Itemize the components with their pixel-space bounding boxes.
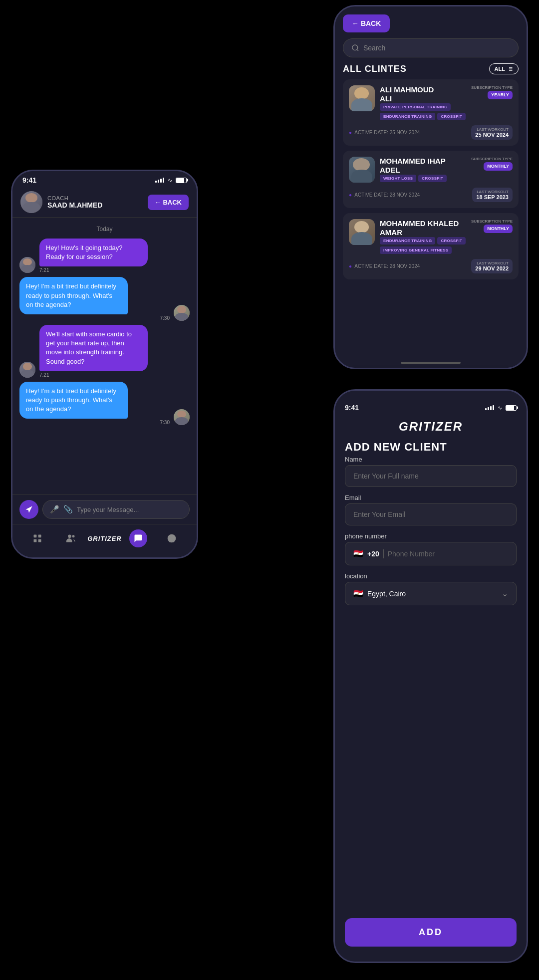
message-text: We'll start with some cardio to get your… xyxy=(46,330,132,365)
chat-phone: 9:41 ∿ xyxy=(11,170,198,559)
active-dot-icon: ● xyxy=(349,263,352,269)
last-workout: LAST WORKOUT 18 SEP 2023 xyxy=(472,188,513,202)
chat-messages: Today Hey! How's it going today? Ready f… xyxy=(12,218,197,494)
location-dropdown[interactable]: 🇪🇬 Egypt, Cairo ⌄ xyxy=(345,582,517,605)
message-bubble: We'll start with some cardio to get your… xyxy=(39,325,148,371)
nav-logo[interactable]: GRITIZER xyxy=(95,529,113,547)
tag-item: WEIGHT LOSS xyxy=(380,175,416,182)
nav-chat[interactable] xyxy=(129,529,147,547)
message-row: Hey! I'm a bit tired but definitely read… xyxy=(19,277,190,321)
client-tags: PRIVATE PERSONAL TRAINING ENDURANCE TRAI… xyxy=(380,103,466,120)
subscription-type: MONTHLY xyxy=(484,162,513,171)
client-info: ALI MAHMOUDALI PRIVATE PERSONAL TRAINING… xyxy=(380,85,466,120)
message-text: Hey! I'm a bit tired but definitely read… xyxy=(26,387,116,413)
phone-field-group: phone number 🇪🇬 +20 Phone Number xyxy=(345,532,517,565)
app-logo: GRITIZER xyxy=(87,535,122,542)
last-workout-label: LAST WORKOUT xyxy=(476,190,509,194)
filter-button[interactable]: ALL xyxy=(489,63,519,74)
chat-header: COACH SAAD M.AHMED ← BACK xyxy=(12,187,197,218)
send-button[interactable] xyxy=(19,500,38,519)
country-flag: 🇪🇬 xyxy=(353,549,363,558)
message-text: Hey! How's it going today? Ready for our… xyxy=(46,244,123,260)
client-card[interactable]: ALI MAHMOUDALI PRIVATE PERSONAL TRAINING… xyxy=(343,79,519,146)
coach-label: COACH xyxy=(47,195,102,201)
message-bubble: Hey! How's it going today? Ready for our… xyxy=(39,239,148,266)
status-time: 9:41 xyxy=(345,404,359,412)
client-tags: WEIGHT LOSS CROSSFIT xyxy=(380,175,466,182)
client-name: ALI MAHMOUDALI xyxy=(380,85,466,103)
country-code: +20 xyxy=(367,550,379,558)
add-client-button[interactable]: ADD xyxy=(345,918,517,947)
svg-rect-0 xyxy=(33,535,36,538)
last-workout: LAST WORKOUT 29 NOV 2022 xyxy=(471,259,513,273)
client-avatar xyxy=(349,157,375,183)
subscription-badge-container: SUBSCRIPTION TYPE YEARLY xyxy=(471,85,513,99)
message-bubble: Hey! I'm a bit tired but definitely read… xyxy=(19,382,128,419)
sender-avatar xyxy=(19,257,35,273)
phone-divider xyxy=(383,549,384,558)
location-flag: 🇪🇬 xyxy=(353,589,363,598)
active-dot-icon: ● xyxy=(349,130,352,135)
active-dot-icon: ● xyxy=(349,192,352,198)
tag-item: CROSSFIT xyxy=(418,175,447,182)
wifi-icon: ∿ xyxy=(168,177,172,184)
message-time: 7:30 xyxy=(19,315,170,321)
message-bubble: Hey! I'm a bit tired but definitely read… xyxy=(19,277,128,314)
search-placeholder: Search xyxy=(363,44,385,52)
battery-icon xyxy=(506,405,517,411)
nav-profile[interactable] xyxy=(163,529,181,547)
swipe-indicator xyxy=(401,362,461,364)
form-title: ADD NEW CLIENT xyxy=(335,436,527,456)
subscription-label: SUBSCRIPTION TYPE xyxy=(471,85,513,90)
message-time: 7:21 xyxy=(39,267,190,273)
phone-placeholder: Phone Number xyxy=(388,550,508,558)
date-divider: Today xyxy=(19,226,190,233)
client-card[interactable]: MOHAMMED KHALEDAMAR ENDURANCE TRAINING C… xyxy=(343,213,519,279)
phone-label: phone number xyxy=(345,532,517,540)
phone-input-container[interactable]: 🇪🇬 +20 Phone Number xyxy=(345,542,517,565)
name-input[interactable] xyxy=(345,465,517,487)
message-time: 7:30 xyxy=(19,420,170,425)
coach-name-block: COACH SAAD M.AHMED xyxy=(47,195,102,209)
subscription-type: YEARLY xyxy=(488,91,513,99)
subscription-badge-container: SUBSCRIPTION TYPE MONTHLY xyxy=(471,219,513,233)
sender-avatar xyxy=(174,409,190,425)
nav-grid[interactable] xyxy=(28,529,46,547)
coach-avatar xyxy=(20,191,42,213)
status-bar: 9:41 ∿ xyxy=(12,171,197,187)
svg-point-7 xyxy=(171,536,173,539)
active-date: ● ACTIVE DATE: 28 NOV 2024 xyxy=(349,192,420,198)
tag-item: CROSSFIT xyxy=(437,237,466,245)
clients-back-button[interactable]: ← BACK xyxy=(343,14,390,32)
client-avatar xyxy=(349,219,375,245)
client-card[interactable]: MOHAMMED IHAPADEL WEIGHT LOSS CROSSFIT S… xyxy=(343,151,519,208)
nav-users[interactable] xyxy=(62,529,80,547)
message-column: Hey! How's it going today? Ready for our… xyxy=(39,239,190,273)
name-label: Name xyxy=(345,456,517,463)
chevron-down-icon: ⌄ xyxy=(502,589,508,598)
email-input[interactable] xyxy=(345,503,517,525)
clients-list: ALI MAHMOUDALI PRIVATE PERSONAL TRAINING… xyxy=(335,79,527,358)
subscription-badge-container: SUBSCRIPTION TYPE MONTHLY xyxy=(471,157,513,171)
svg-rect-3 xyxy=(38,539,41,542)
sender-avatar xyxy=(19,362,35,378)
svg-rect-1 xyxy=(38,535,41,538)
message-row: Hey! I'm a bit tired but definitely read… xyxy=(19,382,190,426)
chat-back-button[interactable]: ← BACK xyxy=(148,195,189,210)
last-workout: LAST WORKOUT 25 NOV 2024 xyxy=(471,125,513,140)
location-field-group: location 🇪🇬 Egypt, Cairo ⌄ xyxy=(345,572,517,605)
status-icons: ∿ xyxy=(155,177,187,184)
subscription-label: SUBSCRIPTION TYPE xyxy=(471,157,513,161)
message-input-container[interactable]: 🎤 📎 Type your Message... xyxy=(42,500,190,519)
status-icons: ∿ xyxy=(485,405,517,411)
wifi-icon: ∿ xyxy=(498,405,502,411)
tag-item: CROSSFIT xyxy=(437,113,466,120)
signal-icon xyxy=(155,178,164,183)
tag-item: PRIVATE PERSONAL TRAINING xyxy=(380,103,451,111)
sender-avatar xyxy=(174,305,190,321)
message-row: Hey! How's it going today? Ready for our… xyxy=(19,239,190,273)
search-bar[interactable]: Search xyxy=(343,38,519,57)
email-label: Email xyxy=(345,494,517,501)
add-client-phone: 9:41 ∿ GRITIZER ADD NEW CLIENT xyxy=(333,389,528,963)
last-workout-label: LAST WORKOUT xyxy=(475,261,509,265)
